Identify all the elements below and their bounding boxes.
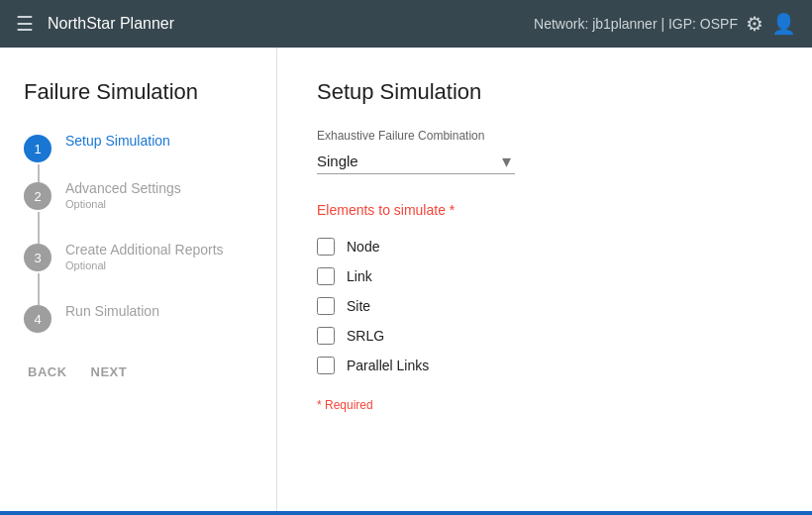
step-label-4: Run Simulation bbox=[65, 303, 159, 319]
step-circle-2: 2 bbox=[24, 182, 51, 210]
step-label-1: Setup Simulation bbox=[65, 133, 170, 149]
checkbox-site[interactable] bbox=[317, 297, 335, 315]
required-note: * Required bbox=[317, 398, 772, 412]
step-sublabel-2: Optional bbox=[65, 198, 181, 210]
bottom-bar bbox=[0, 511, 812, 515]
checkbox-label-parallel-links[interactable]: Parallel Links bbox=[347, 358, 429, 373]
step-item-2[interactable]: 2 Advanced Settings Optional bbox=[24, 180, 253, 242]
back-button[interactable]: BACK bbox=[24, 359, 71, 385]
gear-icon[interactable]: ⚙ bbox=[746, 12, 763, 36]
checkbox-label-node[interactable]: Node bbox=[347, 239, 379, 255]
step-label-2: Advanced Settings bbox=[65, 180, 181, 196]
step-info-3: Create Additional Reports Optional bbox=[65, 242, 224, 303]
checkbox-label-link[interactable]: Link bbox=[347, 268, 372, 284]
network-info: Network: jb1planner | IGP: OSPF bbox=[534, 16, 738, 32]
elements-label: Elements to simulate * bbox=[317, 202, 772, 218]
step-circle-3: 3 bbox=[24, 244, 51, 271]
checkbox-label-srlg[interactable]: SRLG bbox=[347, 328, 384, 344]
content-panel: Setup Simulation Exhaustive Failure Comb… bbox=[277, 48, 812, 515]
main-layout: Failure Simulation 1 Setup Simulation bbox=[0, 48, 812, 515]
user-icon[interactable]: 👤 bbox=[771, 12, 796, 36]
required-marker: * bbox=[450, 202, 455, 218]
combination-select-wrapper: Single Double Triple ▾ bbox=[317, 149, 515, 174]
step-circle-1: 1 bbox=[24, 135, 51, 162]
checkbox-parallel-links[interactable] bbox=[317, 357, 335, 374]
step-list: 1 Setup Simulation 2 Advanced Setting bbox=[24, 133, 253, 351]
checkbox-item-link: Link bbox=[317, 263, 772, 289]
step-info-4: Run Simulation bbox=[65, 303, 159, 351]
sidebar-title: Failure Simulation bbox=[24, 79, 253, 105]
checkbox-label-site[interactable]: Site bbox=[347, 298, 370, 314]
checkbox-link[interactable] bbox=[317, 267, 335, 285]
sidebar-actions: BACK NEXT bbox=[24, 359, 253, 385]
step-sublabel-3: Optional bbox=[65, 259, 224, 271]
app-title: NorthStar Planner bbox=[48, 15, 174, 33]
checkbox-item-node: Node bbox=[317, 234, 772, 259]
checkbox-item-site: Site bbox=[317, 293, 772, 319]
app-header: ☰ NorthStar Planner Network: jb1planner … bbox=[0, 0, 812, 48]
next-button[interactable]: NEXT bbox=[87, 359, 132, 385]
step-item-4[interactable]: 4 Run Simulation bbox=[24, 303, 253, 351]
step-info-2: Advanced Settings Optional bbox=[65, 180, 181, 242]
header-right: Network: jb1planner | IGP: OSPF ⚙ 👤 bbox=[534, 12, 796, 36]
checkbox-item-srlg: SRLG bbox=[317, 323, 772, 349]
checkbox-node[interactable] bbox=[317, 238, 335, 256]
combination-select[interactable]: Single Double Triple bbox=[317, 149, 515, 174]
header-left: ☰ NorthStar Planner bbox=[16, 12, 174, 36]
step-label-3: Create Additional Reports bbox=[65, 242, 224, 258]
step-item-3[interactable]: 3 Create Additional Reports Optional bbox=[24, 242, 253, 303]
combination-label: Exhaustive Failure Combination bbox=[317, 129, 772, 143]
checkbox-item-parallel-links: Parallel Links bbox=[317, 353, 772, 378]
checkbox-srlg[interactable] bbox=[317, 327, 335, 345]
step-item-1[interactable]: 1 Setup Simulation bbox=[24, 133, 253, 180]
content-title: Setup Simulation bbox=[317, 79, 772, 105]
step-info-1: Setup Simulation bbox=[65, 133, 170, 180]
step-circle-4: 4 bbox=[24, 305, 51, 333]
menu-icon[interactable]: ☰ bbox=[16, 12, 34, 36]
sidebar: Failure Simulation 1 Setup Simulation bbox=[0, 48, 277, 515]
checkbox-list: Node Link Site SRLG Parallel Links bbox=[317, 234, 772, 378]
